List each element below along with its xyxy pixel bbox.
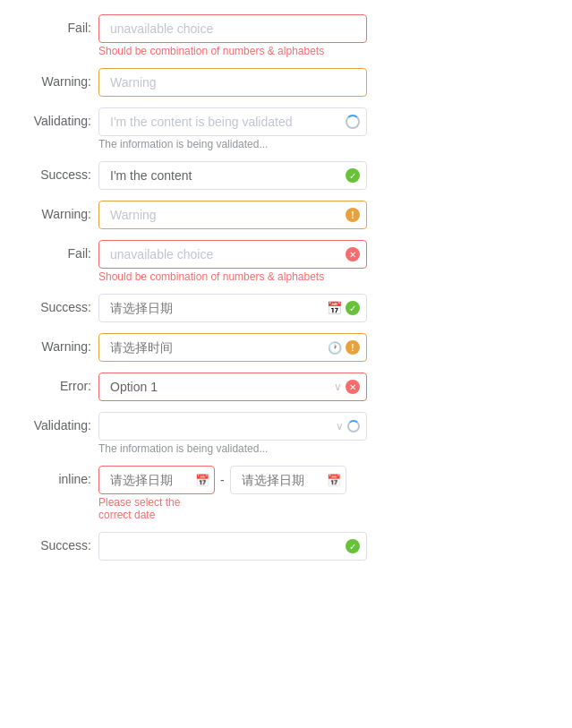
chevron-down-icon-2: ∨ (336, 420, 344, 433)
error-msg-fail-1: Should be combination of numbers & alpha… (98, 45, 367, 57)
date-icons-inline-end: 📅 (327, 474, 341, 487)
check-icon-1: ✓ (346, 168, 360, 183)
input-wrapper-success-2: ✓ (98, 532, 367, 561)
error-msg-fail-2: Should be combination of numbers & alpha… (98, 270, 367, 283)
content-warning-1 (98, 68, 367, 97)
select-wrapper-error: Option 1 Option 2 Option 3 ∨ ✕ (98, 373, 367, 401)
row-warning-2: Warning: ! (18, 201, 554, 229)
content-fail-2: ✕ Should be combination of numbers & alp… (98, 240, 367, 283)
label-fail-2: Fail: (18, 240, 98, 261)
input-validating-1[interactable] (98, 107, 367, 136)
select-icons-error: ∨ ✕ (334, 380, 360, 394)
content-date-warning: 🕐 ! (98, 333, 367, 362)
check-icon-2: ✓ (346, 539, 360, 553)
content-success-2: ✓ (98, 532, 367, 561)
label-select-error: Error: (18, 373, 98, 393)
warning-icon-date: ! (346, 340, 360, 355)
row-fail-2: Fail: ✕ Should be combination of numbers… (18, 240, 554, 283)
row-success-2: Success: ✓ (18, 532, 554, 561)
date-icons-success: 📅 ✓ (327, 301, 360, 315)
input-warning-2[interactable] (98, 201, 367, 229)
label-warning-1: Warning: (18, 68, 98, 89)
label-fail-1: Fail: (18, 14, 98, 35)
content-select-validating: Option 1 Option 2 ∨ The information is b… (98, 412, 367, 455)
label-inline-date: inline: (18, 466, 98, 486)
input-warning-1[interactable] (98, 68, 367, 97)
row-validating-1: Validating: The information is being val… (18, 107, 554, 150)
error-msg-inline-date: Please select the correct date (98, 496, 385, 521)
calendar-icon-inline-end: 📅 (327, 474, 341, 487)
content-validating-1: The information is being validated... (98, 107, 367, 150)
date-input-wrapper-success: 📅 ✓ (98, 294, 367, 322)
calendar-icon-inline-start: 📅 (195, 474, 209, 487)
loading-icon-select (347, 420, 360, 433)
label-date-warning: Warning: (18, 333, 98, 354)
clock-icon: 🕐 (328, 341, 342, 355)
input-wrapper-fail-1 (98, 14, 367, 43)
input-fail-2[interactable] (98, 240, 367, 269)
row-success-1: Success: ✓ (18, 161, 554, 190)
label-warning-2: Warning: (18, 201, 98, 221)
date-icons-warning: 🕐 ! (328, 340, 360, 355)
input-wrapper-success-1: ✓ (98, 161, 367, 190)
close-icon-1: ✕ (346, 247, 360, 261)
label-select-validating: Validating: (18, 412, 98, 433)
input-wrapper-warning-1 (98, 68, 367, 97)
select-icons-validating: ∨ (336, 420, 360, 433)
warning-icon-1: ! (346, 208, 360, 222)
content-date-success: 📅 ✓ (98, 294, 367, 322)
calendar-icon-success: 📅 (327, 301, 342, 315)
input-wrapper-warning-2: ! (98, 201, 367, 229)
input-fail-1[interactable] (98, 14, 367, 43)
row-date-success: Success: 📅 ✓ (18, 294, 554, 322)
check-icon-date: ✓ (346, 301, 360, 315)
select-wrapper-validating: Option 1 Option 2 ∨ (98, 412, 367, 441)
date-input-wrapper-warning: 🕐 ! (98, 333, 367, 362)
content-warning-2: ! (98, 201, 367, 229)
label-success-1: Success: (18, 161, 98, 182)
row-date-warning: Warning: 🕐 ! (18, 333, 554, 362)
input-wrapper-fail-2: ✕ (98, 240, 367, 269)
select-validating[interactable]: Option 1 Option 2 (98, 412, 367, 441)
content-fail-1: Should be combination of numbers & alpha… (98, 14, 367, 57)
content-select-error: Option 1 Option 2 Option 3 ∨ ✕ (98, 373, 367, 401)
label-date-success: Success: (18, 294, 98, 314)
row-select-error: Error: Option 1 Option 2 Option 3 ∨ ✕ (18, 373, 554, 401)
label-validating-1: Validating: (18, 107, 98, 128)
content-inline-date: 📅 - 📅 Please select the correct date (98, 466, 385, 521)
select-error[interactable]: Option 1 Option 2 Option 3 (98, 373, 367, 401)
input-success-1[interactable] (98, 161, 367, 190)
close-icon-select: ✕ (346, 380, 360, 394)
input-wrapper-validating-1 (98, 107, 367, 136)
info-msg-validating-1: The information is being validated... (98, 138, 367, 150)
label-success-2: Success: (18, 532, 98, 552)
info-msg-select-validating: The information is being validated... (98, 442, 367, 455)
content-success-1: ✓ (98, 161, 367, 190)
date-separator: - (220, 473, 225, 487)
row-warning-1: Warning: (18, 68, 554, 97)
loading-icon-1 (346, 115, 360, 129)
row-fail-1: Fail: Should be combination of numbers &… (18, 14, 554, 57)
date-icons-inline-start: 📅 (195, 474, 209, 487)
input-success-2[interactable] (98, 532, 367, 561)
row-select-validating: Validating: Option 1 Option 2 ∨ The info… (18, 412, 554, 455)
inline-date-wrapper: 📅 - 📅 (98, 466, 385, 494)
row-inline-date: inline: 📅 - 📅 Please select the correct … (18, 466, 554, 521)
date-input-warning[interactable] (98, 333, 367, 362)
chevron-down-icon: ∨ (334, 381, 342, 393)
